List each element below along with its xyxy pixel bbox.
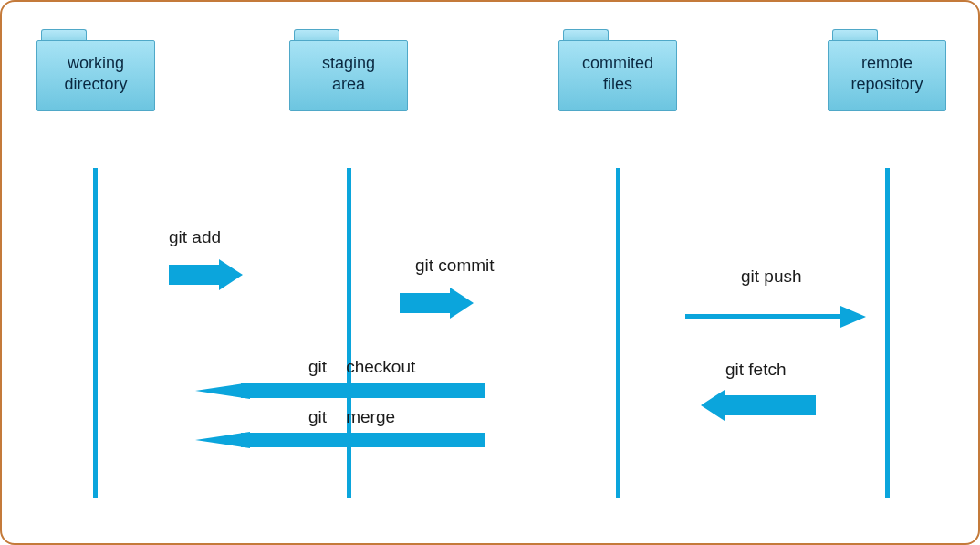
folder-label: working directory xyxy=(36,53,155,96)
lane-working xyxy=(93,168,98,498)
lane-staging xyxy=(347,168,351,498)
label-git-checkout: git checkout xyxy=(308,357,415,377)
folder-label: remote repository xyxy=(828,53,946,96)
label-git-push: git push xyxy=(741,267,802,287)
label-git-add: git add xyxy=(169,227,221,247)
folder-remote-repository: remote repository xyxy=(828,29,946,111)
lane-remote xyxy=(885,168,890,498)
folder-label: staging area xyxy=(289,53,408,96)
folder-working-directory: working directory xyxy=(36,29,155,111)
folder-committed-files: commited files xyxy=(558,29,677,111)
label-git-fetch: git fetch xyxy=(725,360,787,380)
folder-staging-area: staging area xyxy=(289,29,408,111)
lane-committed xyxy=(616,168,620,498)
git-workflow-diagram: working directory staging area commited … xyxy=(0,0,980,545)
label-git-merge: git merge xyxy=(308,407,395,427)
folder-label: commited files xyxy=(558,53,677,96)
label-git-commit: git commit xyxy=(415,256,495,276)
